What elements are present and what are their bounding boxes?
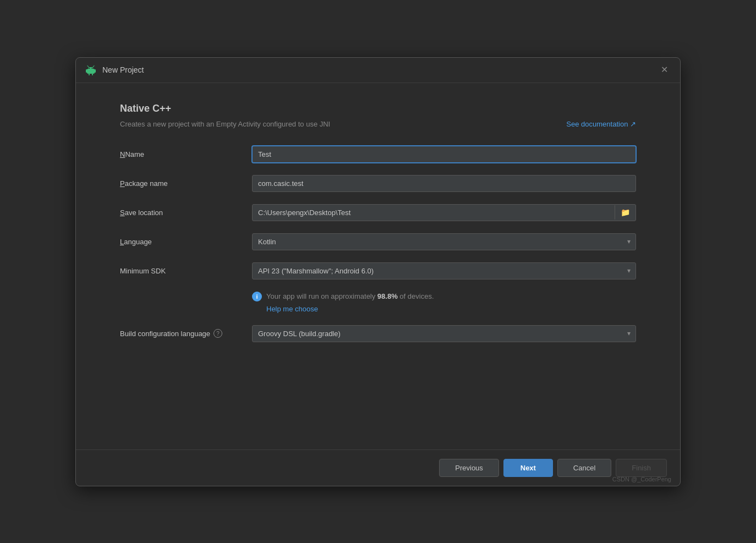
sdk-info-section: i Your app will run on approximately 98.… <box>252 292 636 313</box>
build-config-select[interactable]: Groovy DSL (build.gradle) Kotlin DSL (bu… <box>252 325 636 342</box>
name-input[interactable] <box>252 146 636 163</box>
section-desc-row: Creates a new project with an Empty Acti… <box>120 120 636 128</box>
svg-line-4 <box>87 66 89 68</box>
cancel-button[interactable]: Cancel <box>557 459 611 477</box>
location-row: Save location 📁 <box>120 204 636 221</box>
location-label: Save location <box>120 209 252 217</box>
close-button[interactable]: ✕ <box>658 64 671 75</box>
section-title: Native C++ <box>120 103 636 114</box>
min-sdk-select[interactable]: API 23 ("Marshmallow"; Android 6.0) API … <box>252 262 636 279</box>
dialog-title: New Project <box>102 65 658 74</box>
package-label: Package name <box>120 179 252 188</box>
svg-rect-7 <box>95 69 96 73</box>
package-row: Package name <box>120 175 636 192</box>
build-config-label: Build configuration language ? <box>120 329 252 338</box>
language-select[interactable]: Kotlin Java <box>252 233 636 250</box>
min-sdk-label: Minimum SDK <box>120 267 252 275</box>
min-sdk-row: Minimum SDK API 23 ("Marshmallow"; Andro… <box>120 262 636 279</box>
watermark: CSDN @_CoderPeng <box>612 476 671 482</box>
browse-folder-button[interactable]: 📁 <box>615 205 636 220</box>
location-input[interactable] <box>253 205 615 221</box>
new-project-dialog: New Project ✕ Native C++ Creates a new p… <box>75 57 681 486</box>
min-sdk-select-wrapper: API 23 ("Marshmallow"; Android 6.0) API … <box>252 262 636 279</box>
folder-icon: 📁 <box>621 208 630 217</box>
build-config-row: Build configuration language ? Groovy DS… <box>120 325 636 342</box>
info-icon: i <box>252 292 262 301</box>
name-label: NName <box>120 150 252 158</box>
svg-rect-6 <box>86 69 87 73</box>
svg-point-3 <box>92 68 93 69</box>
previous-button[interactable]: Previous <box>439 459 499 477</box>
sdk-info-row: i Your app will run on approximately 98.… <box>252 292 636 301</box>
location-wrapper: 📁 <box>252 204 636 221</box>
form-content: Native C++ Creates a new project with an… <box>76 83 680 449</box>
svg-line-5 <box>93 66 94 68</box>
svg-rect-8 <box>89 74 90 75</box>
svg-point-2 <box>89 68 90 69</box>
title-bar: New Project ✕ <box>76 58 680 83</box>
package-input[interactable] <box>252 175 636 192</box>
section-description: Creates a new project with an Empty Acti… <box>120 120 330 128</box>
build-config-select-wrapper: Groovy DSL (build.gradle) Kotlin DSL (bu… <box>252 325 636 342</box>
language-label: Language <box>120 238 252 246</box>
footer: Previous Next Cancel Finish <box>76 449 680 486</box>
sdk-info-text: Your app will run on approximately 98.8%… <box>266 292 434 300</box>
build-config-help-icon[interactable]: ? <box>213 329 222 338</box>
language-row: Language Kotlin Java ▾ <box>120 233 636 250</box>
documentation-link[interactable]: See documentation ↗ <box>566 120 636 128</box>
svg-rect-9 <box>92 74 93 75</box>
android-icon <box>85 64 97 76</box>
name-row: NName <box>120 146 636 163</box>
language-select-wrapper: Kotlin Java ▾ <box>252 233 636 250</box>
next-button[interactable]: Next <box>503 459 553 477</box>
help-choose-link[interactable]: Help me choose <box>266 305 636 313</box>
finish-button: Finish <box>616 459 667 477</box>
